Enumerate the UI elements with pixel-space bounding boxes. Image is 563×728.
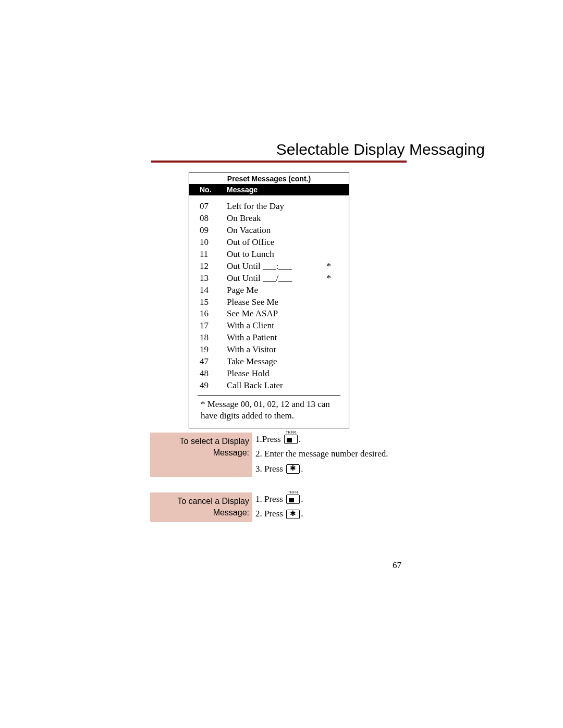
row-no: 19 — [198, 344, 227, 356]
row-no: 07 — [198, 201, 227, 213]
row-message: Call Back Later — [227, 380, 340, 392]
table-row: 17With a Client — [198, 320, 340, 332]
table-row: 07Left for the Day — [198, 201, 340, 213]
cancel-label: To cancel a Display Message: — [150, 492, 252, 522]
table-row: 10Out of Office — [198, 237, 340, 249]
row-no: 17 — [198, 320, 227, 332]
star-key-icon — [286, 464, 300, 474]
trfr-label: TRFR — [286, 430, 296, 436]
title-rule — [151, 161, 407, 163]
table-row: 13Out Until ___/___* — [198, 273, 340, 285]
row-star: * — [327, 261, 332, 273]
row-no: 11 — [198, 249, 227, 261]
instruction-cancel: To cancel a Display Message: 1. Press TR… — [150, 492, 437, 529]
page-title: Selectable Display Messaging — [177, 141, 485, 158]
select-step1-pre: 1.Press — [255, 433, 283, 446]
row-message: Please See Me — [227, 297, 340, 309]
trfr-label: TRFR — [288, 490, 298, 496]
header-message: Message — [227, 186, 349, 194]
table-row: 08On Break — [198, 213, 340, 225]
row-message: Out Until ___/___* — [227, 273, 340, 285]
table-row: 14Page Me — [198, 285, 340, 297]
table-divider — [198, 395, 340, 396]
row-message: See Me ASAP — [227, 308, 340, 320]
row-message: Out Until ___:___* — [227, 261, 340, 273]
select-label: To select a Display Message: — [150, 433, 252, 477]
row-message: Left for the Day — [227, 201, 340, 213]
preset-messages-table: Preset Messages (cont.) No. Message 07Le… — [189, 172, 349, 428]
row-no: 18 — [198, 332, 227, 344]
instruction-select: To select a Display Message: 1.Press TRF… — [150, 433, 437, 484]
row-star: * — [327, 273, 332, 285]
table-row: 09On Vacation — [198, 225, 340, 237]
row-message: On Vacation — [227, 225, 340, 237]
table-row: 47Take Message — [198, 356, 340, 368]
row-no: 12 — [198, 261, 227, 273]
table-row: 49Call Back Later — [198, 380, 340, 392]
select-step1-post: . — [299, 433, 301, 446]
row-message: Take Message — [227, 356, 340, 368]
header-no: No. — [189, 186, 227, 194]
row-no: 47 — [198, 356, 227, 368]
trfr-key-icon: TRFR — [286, 495, 300, 504]
row-no: 15 — [198, 297, 227, 309]
table-row: 11Out to Lunch — [198, 249, 340, 261]
star-key-icon — [286, 510, 300, 519]
table-row: 48Please Hold — [198, 368, 340, 380]
row-message: Page Me — [227, 285, 340, 297]
row-message: With a Visitor — [227, 344, 340, 356]
select-step2: 2. Enter the message number desired. — [255, 447, 388, 461]
row-no: 08 — [198, 213, 227, 225]
select-step3-post: . — [301, 462, 303, 476]
page-number: 67 — [393, 560, 401, 571]
table-row: 19With a Visitor — [198, 344, 340, 356]
table-row: 16See Me ASAP — [198, 308, 340, 320]
table-body: 07Left for the Day08On Break09On Vacatio… — [189, 195, 349, 428]
cancel-step1-pre: 1. Press — [255, 492, 285, 506]
table-footnote: * Message 00, 01, 02, 12 and 13 can have… — [198, 398, 340, 425]
row-no: 09 — [198, 225, 227, 237]
row-message: With a Client — [227, 320, 340, 332]
cancel-step2-pre: 2. Press — [255, 507, 285, 521]
cancel-steps: 1. Press TRFR . 2. Press . — [252, 492, 437, 522]
row-message: Please Hold — [227, 368, 340, 380]
cancel-step1-post: . — [301, 492, 303, 506]
trfr-key-icon: TRFR — [284, 435, 298, 444]
row-no: 13 — [198, 273, 227, 285]
row-message: Out to Lunch — [227, 249, 340, 261]
table-header: No. Message — [189, 184, 349, 195]
select-step3-pre: 3. Press — [255, 462, 285, 476]
row-message: With a Patient — [227, 332, 340, 344]
cancel-step2-post: . — [301, 507, 303, 521]
table-row: 15Please See Me — [198, 297, 340, 309]
table-title: Preset Messages (cont.) — [189, 172, 349, 184]
row-no: 10 — [198, 237, 227, 249]
table-row: 18With a Patient — [198, 332, 340, 344]
table-row: 12Out Until ___:___* — [198, 261, 340, 273]
row-no: 48 — [198, 368, 227, 380]
row-message: Out of Office — [227, 237, 340, 249]
row-no: 16 — [198, 308, 227, 320]
row-message: On Break — [227, 213, 340, 225]
row-no: 49 — [198, 380, 227, 392]
row-no: 14 — [198, 285, 227, 297]
select-steps: 1.Press TRFR . 2. Enter the message numb… — [252, 433, 437, 477]
